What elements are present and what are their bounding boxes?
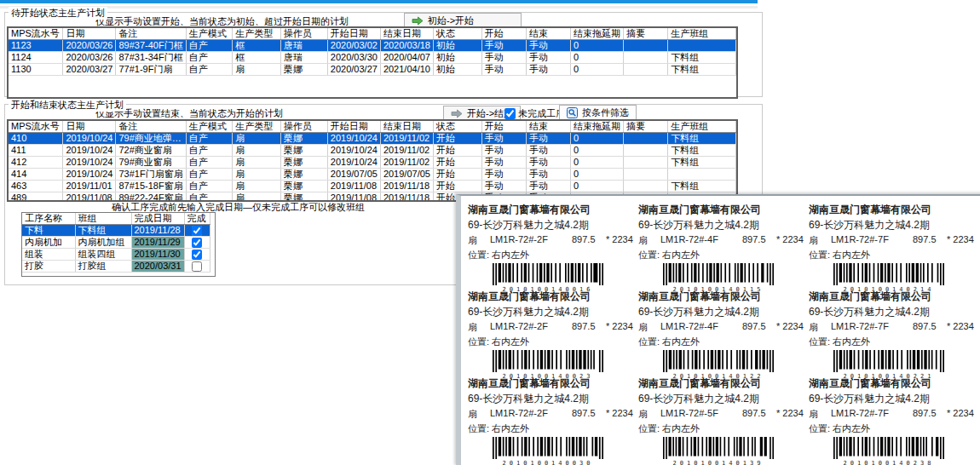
label-project: 69-长沙万科魅力之城4.2期 (638, 305, 805, 319)
cell: 自产 (186, 40, 233, 52)
product-label: 湖南亘晟门窗幕墙有限公司69-长沙万科魅力之城4.2期扇LM1R-72#-4F8… (637, 288, 805, 375)
table-row[interactable]: 打胶打胶组2020/03/31 (22, 261, 210, 273)
cell: 2020/03/31 (131, 261, 184, 273)
cell: 扇 (233, 181, 280, 192)
done-checkbox-cell (184, 261, 210, 273)
table-row[interactable]: 4632019/11/0187#15-18F窗扇自产扇栗娜2019/11/082… (9, 181, 736, 192)
unfinished-process-checkbox-wrap[interactable]: 未完成工序 (504, 106, 565, 120)
cell: 手动 (481, 40, 526, 52)
column-header[interactable]: 结束拖延期 (571, 121, 624, 133)
cell: 0 (571, 133, 624, 145)
product-label: 湖南亘晟门窗幕墙有限公司69-长沙万科魅力之城4.2期扇LM1R-72#-7F8… (807, 201, 976, 288)
column-header[interactable]: MPS流水号 (9, 28, 63, 40)
unfinished-checkbox[interactable] (504, 108, 516, 119)
cell: 2019/11/30 (131, 249, 184, 261)
cell: 2020/03/02 (327, 40, 380, 52)
column-header[interactable]: 完成 (184, 213, 210, 225)
cell: 开始 (433, 169, 481, 181)
done-checkbox[interactable] (192, 238, 202, 248)
cell: 手动 (481, 145, 526, 157)
label-width: 897.5 (913, 408, 947, 421)
column-header[interactable]: 开始 (481, 121, 526, 133)
column-header[interactable]: MPS流水号 (9, 121, 63, 133)
label-company: 湖南亘晟门窗幕墙有限公司 (468, 203, 635, 217)
unfinished-checkbox-label: 未完成工序 (518, 107, 565, 120)
column-header[interactable]: 状态 (433, 121, 481, 133)
column-header[interactable]: 日期 (63, 121, 116, 133)
column-header[interactable]: 结束日期 (380, 28, 433, 40)
table-row[interactable]: 4122019/10/2479#商业窗扇自产扇栗娜2019/10/242019/… (9, 157, 736, 169)
cell: 自产 (186, 181, 233, 192)
cell: 扇 (233, 157, 280, 169)
cell: 1123 (9, 40, 63, 52)
cell: 手动 (481, 169, 526, 181)
cell: 412 (9, 157, 63, 169)
column-header[interactable]: 开始 (481, 28, 526, 40)
filter-by-condition-button[interactable]: 按条件筛选 (559, 105, 637, 120)
cell: 72#商业窗扇 (116, 145, 186, 157)
label-spec-row: 扇LM1R-72#-7F897.5* 2234 (809, 234, 976, 247)
column-header[interactable]: 结束 (526, 121, 570, 133)
done-checkbox[interactable] (192, 226, 202, 236)
cell: 扇 (233, 64, 280, 76)
column-header[interactable]: 操作员 (280, 28, 327, 40)
column-header[interactable]: 生产类型 (233, 121, 280, 133)
table-row[interactable]: 组装组装四组2019/11/30 (22, 249, 210, 261)
column-header[interactable]: 生产班组 (668, 121, 736, 133)
column-header[interactable]: 摘要 (624, 121, 668, 133)
table-row[interactable]: 4102019/10/2479#商业地弹…自产扇栗娜2019/10/242019… (9, 133, 736, 145)
cell: 2019/10/24 (63, 133, 116, 145)
column-header[interactable]: 工序名称 (22, 213, 75, 225)
column-header[interactable]: 开始日期 (327, 28, 380, 40)
label-company: 湖南亘晟门窗幕墙有限公司 (468, 376, 635, 391)
cell: 组装四组 (75, 249, 131, 261)
column-header[interactable]: 摘要 (624, 28, 668, 40)
cell: 下料组 (668, 157, 736, 169)
column-header[interactable]: 结束拖延期 (571, 28, 624, 40)
table-row[interactable]: 11232020/03/2689#37-40F门框自产框唐瑞2020/03/02… (9, 40, 736, 52)
cell: 2019/10/24 (327, 157, 380, 169)
cell: 内扇机加 (22, 237, 75, 249)
cell: 初始 (433, 52, 481, 64)
section-start-end-title: 开始和结束状态主生产计划 (9, 99, 126, 112)
label-print-preview-panel: 湖南亘晟门窗幕墙有限公司69-长沙万科魅力之城4.2期扇LM1R-72#-2F8… (456, 194, 980, 465)
table-row[interactable]: 4112019/10/2472#商业窗扇自产扇栗娜2019/10/242019/… (9, 145, 736, 157)
app-window: 待开始状态主生产计划 仅显示手动设置开始、当前状态为初始、超过开始日期的计划 初… (0, 0, 980, 465)
cell: 手动 (481, 157, 526, 169)
cell: 手动 (526, 145, 570, 157)
label-height: * 2234 (776, 321, 804, 334)
column-header[interactable]: 完成日期 (131, 213, 184, 225)
column-header[interactable]: 生产类型 (233, 28, 280, 40)
done-checkbox[interactable] (192, 261, 202, 272)
table-row[interactable]: 下料下料组2019/11/28 (22, 225, 210, 237)
done-checkbox[interactable] (192, 250, 202, 260)
filter-magnifier-icon (567, 107, 578, 118)
column-header[interactable]: 操作员 (280, 121, 327, 133)
cell: 73#1F门扇窗扇 (116, 169, 186, 181)
label-type: 扇 (809, 321, 831, 334)
table-row[interactable]: 11302020/03/2777#1-9F门扇自产扇栗娜2020/03/2720… (9, 64, 736, 76)
label-company: 湖南亘晟门窗幕墙有限公司 (809, 203, 976, 217)
cell: 0 (571, 64, 624, 76)
window-top-accent (0, 0, 758, 3)
label-project: 69-长沙万科魅力之城4.2期 (638, 218, 805, 232)
label-spec-code: LM1R-72#-4F (660, 321, 742, 334)
column-header[interactable]: 开始日期 (327, 121, 380, 133)
column-header[interactable]: 结束 (526, 28, 570, 40)
table-row[interactable]: 内扇机加内扇机加组2019/11/29 (22, 237, 210, 249)
cell: 87#15-18F窗扇 (116, 181, 186, 192)
label-width: 897.5 (913, 234, 947, 247)
column-header[interactable]: 生产模式 (186, 28, 233, 40)
cell: 栗娜 (280, 64, 327, 76)
column-header[interactable]: 结束日期 (380, 121, 433, 133)
column-header[interactable]: 生产班组 (668, 28, 736, 40)
column-header[interactable]: 备注 (116, 28, 186, 40)
column-header[interactable]: 生产模式 (186, 121, 233, 133)
column-header[interactable]: 状态 (433, 28, 481, 40)
table-row[interactable]: 4142019/10/2473#1F门扇窗扇自产扇栗娜2019/07/05201… (9, 169, 736, 181)
column-header[interactable]: 日期 (63, 28, 116, 40)
label-spec-code: LM1R-72#-7F (831, 321, 913, 334)
table-row[interactable]: 11242020/03/2687#31-34F门框自产框唐瑞2020/03/30… (9, 52, 736, 64)
column-header[interactable]: 备注 (116, 121, 186, 133)
column-header[interactable]: 班组 (75, 213, 131, 225)
